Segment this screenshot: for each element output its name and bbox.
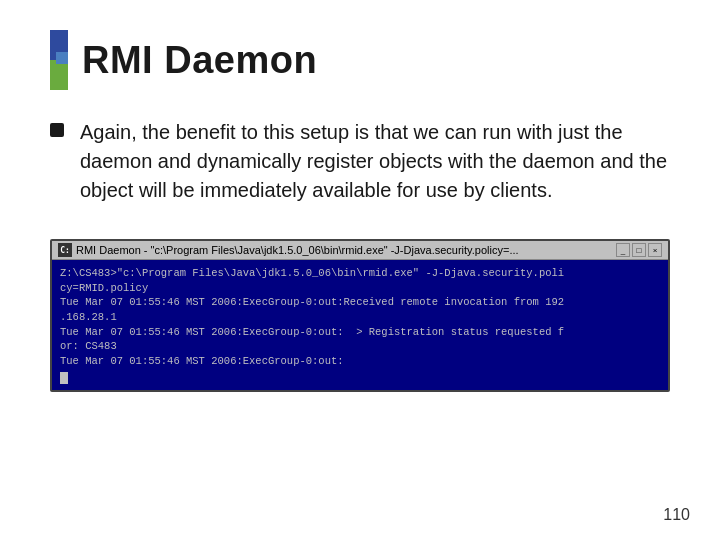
decoration-blue <box>50 30 68 60</box>
content-area: Again, the benefit to this setup is that… <box>50 118 670 392</box>
terminal-cursor <box>60 372 68 384</box>
terminal-controls: _ □ × <box>616 243 662 257</box>
bullet-item: Again, the benefit to this setup is that… <box>50 118 670 205</box>
terminal-line-6: Tue Mar 07 01:55:46 MST 2006:ExecGroup-0… <box>60 354 660 369</box>
decoration-green <box>50 60 68 90</box>
terminal-line-0: Z:\CS483>"c:\Program Files\Java\jdk1.5.0… <box>60 266 660 281</box>
terminal-close-button[interactable]: × <box>648 243 662 257</box>
slide: RMI Daemon Again, the benefit to this se… <box>0 0 720 540</box>
bullet-dot <box>50 123 64 137</box>
terminal-titlebar: C: RMI Daemon - "c:\Program Files\Java\j… <box>52 241 668 260</box>
terminal-line-7 <box>60 369 660 384</box>
terminal-icon-label: C: <box>60 246 70 255</box>
terminal-title-icon: C: RMI Daemon - "c:\Program Files\Java\j… <box>58 243 519 257</box>
terminal-maximize-button[interactable]: □ <box>632 243 646 257</box>
slide-title: RMI Daemon <box>82 39 317 82</box>
title-area: RMI Daemon <box>50 30 670 90</box>
terminal-icon: C: <box>58 243 72 257</box>
terminal-title-label: RMI Daemon - "c:\Program Files\Java\jdk1… <box>76 244 519 256</box>
page-number: 110 <box>663 506 690 524</box>
terminal-line-3: .168.28.1 <box>60 310 660 325</box>
terminal-line-2: Tue Mar 07 01:55:46 MST 2006:ExecGroup-0… <box>60 295 660 310</box>
terminal-minimize-button[interactable]: _ <box>616 243 630 257</box>
terminal-line-1: cy=RMID.policy <box>60 281 660 296</box>
terminal-body: Z:\CS483>"c:\Program Files\Java\jdk1.5.0… <box>52 260 668 390</box>
terminal-line-5: or: CS483 <box>60 339 660 354</box>
terminal-window: C: RMI Daemon - "c:\Program Files\Java\j… <box>50 239 670 392</box>
title-decoration <box>50 30 68 90</box>
bullet-text: Again, the benefit to this setup is that… <box>80 118 670 205</box>
terminal-line-4: Tue Mar 07 01:55:46 MST 2006:ExecGroup-0… <box>60 325 660 340</box>
